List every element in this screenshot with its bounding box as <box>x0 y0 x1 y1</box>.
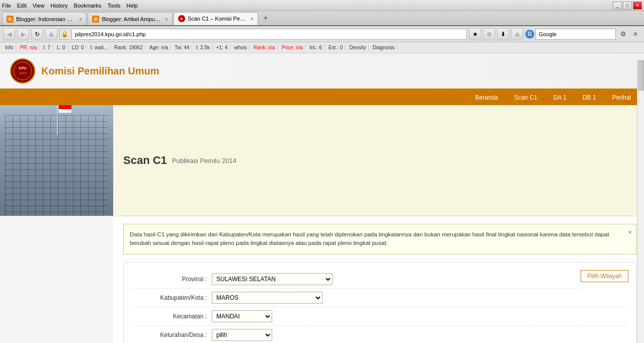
nav-scan-c1[interactable]: Scan C1 <box>506 90 545 105</box>
label-provinsi: Provinsi : <box>131 276 212 283</box>
info-box: Data hasil C1 yang dikirimkan dari Kabup… <box>123 224 636 254</box>
info-close-button[interactable]: × <box>628 227 632 237</box>
nav-db1[interactable]: DB 1 <box>575 90 604 105</box>
scrollbar-thumb[interactable] <box>638 60 644 91</box>
tab-bar: B Blogger: Indonesian GTA - ... × B Blog… <box>0 11 644 26</box>
tab-label-3: Scan C1 – Komisi Pemiliha... <box>188 16 248 22</box>
page-banner-text: Scan C1 Publikasi Pemilu 2014 <box>113 146 247 175</box>
ext-price[interactable]: Price: n/a <box>280 45 305 50</box>
ext-i7[interactable]: I: 7 <box>41 45 53 50</box>
scrollbar[interactable] <box>637 60 644 343</box>
ext-rank[interactable]: Rank: 19062 <box>112 45 145 50</box>
nav-da1[interactable]: DA 1 <box>545 90 575 105</box>
menu-file[interactable]: File <box>2 3 11 9</box>
forward-button[interactable]: ▶ <box>17 28 29 40</box>
nav-perihal[interactable]: Perihal <box>604 90 639 105</box>
tab-blogger-1[interactable]: B Blogger: Indonesian GTA - ... × <box>2 12 87 25</box>
menu-help[interactable]: Help <box>126 3 138 9</box>
kpu-favicon: ★ <box>178 15 185 22</box>
page-subtitle: Publikasi Pemilu 2014 <box>172 157 236 164</box>
search-input[interactable]: Google <box>535 29 616 40</box>
form-row-kabupaten: Kabupaten/Kota : MAROS <box>131 289 628 307</box>
reload-button[interactable]: ↻ <box>31 28 43 40</box>
page-title: Scan C1 <box>123 154 167 167</box>
bookmark-save[interactable]: ☆ <box>483 28 495 40</box>
kpu-logo: KPU ★ ★ ★ <box>10 58 35 83</box>
flag-pole <box>57 105 58 135</box>
select-kabupaten[interactable]: MAROS <box>212 292 323 304</box>
tab-label-1: Blogger: Indonesian GTA - ... <box>16 16 76 22</box>
form-row-provinsi: Provinsi : SULAWESI SELATAN <box>131 270 581 289</box>
menu-view[interactable]: View <box>33 3 45 9</box>
select-kecamatan[interactable]: MANDAI <box>212 310 272 322</box>
home-button[interactable]: ⌂ <box>45 28 57 40</box>
tab-kpu[interactable]: ★ Scan C1 – Komisi Pemiliha... × <box>174 12 258 25</box>
home-btn2[interactable]: ⌂ <box>511 28 523 40</box>
pilih-wilayah-button[interactable]: Pilih Wilayah <box>581 270 628 282</box>
form-row-kelurahan: Kelurahan/Desa : pilih <box>131 326 628 344</box>
label-kabupaten: Kabupaten/Kota : <box>131 294 212 301</box>
ext-rank2[interactable]: Rank: n/a <box>252 45 278 50</box>
address-input[interactable]: pilpres2014.kpu.go.id/c1.php <box>71 29 467 40</box>
close-button[interactable]: ✕ <box>633 2 642 10</box>
window-controls[interactable]: _ □ ✕ <box>613 2 642 10</box>
label-kecamatan: Kecamatan : <box>131 313 212 320</box>
blogger-favicon-1: B <box>7 16 14 23</box>
info-text: Data hasil C1 yang dikirimkan dari Kabup… <box>130 231 609 246</box>
kpu-title: Komisi Pemilihan Umum <box>41 65 159 77</box>
ext-diagnosis[interactable]: Diagnosis <box>371 45 397 50</box>
tab-label-2: Blogger: Artikel Ampuh – B... <box>102 16 162 22</box>
select-kelurahan[interactable]: pilih <box>212 329 272 341</box>
svg-text:★ ★ ★: ★ ★ ★ <box>19 71 27 74</box>
banner-image <box>0 105 113 216</box>
flag <box>59 105 71 113</box>
toolbar-icons: ⚙ ≡ <box>618 29 641 40</box>
form-row-kecamatan: Kecamatan : MANDAI <box>131 307 628 326</box>
tab-close-1[interactable]: × <box>79 16 82 22</box>
maximize-button[interactable]: □ <box>623 2 632 10</box>
address-secure-icon: 🔒 <box>59 29 69 40</box>
ext-density[interactable]: Density <box>347 45 368 50</box>
tab-blogger-2[interactable]: B Blogger: Artikel Ampuh – B... × <box>88 12 172 25</box>
title-bar: File Edit View History Bookmarks Tools H… <box>0 0 644 11</box>
page-content: KPU ★ ★ ★ Komisi Pemilihan Umum Beranda … <box>0 53 644 343</box>
ext-pr[interactable]: PR: n/a <box>18 45 39 50</box>
ext-wait[interactable]: I: wait... <box>89 45 110 50</box>
bookmark-star[interactable]: ★ <box>469 28 481 40</box>
menu-tools[interactable]: Tools <box>108 3 121 9</box>
kpu-header: KPU ★ ★ ★ Komisi Pemilihan Umum <box>0 53 644 90</box>
blogger-favicon-2: B <box>92 16 99 23</box>
ext-ext[interactable]: Ext.: 0 <box>327 45 345 50</box>
ext-tw[interactable]: Tw: 44 <box>173 45 192 50</box>
ext-fb[interactable]: I: 3.5k <box>194 45 212 50</box>
menu-bookmarks[interactable]: Bookmarks <box>74 3 102 9</box>
kpu-nav: Beranda Scan C1 DA 1 DB 1 Perihal <box>0 90 644 105</box>
ext-int[interactable]: Int.: 6 <box>307 45 325 50</box>
ext-icon-1[interactable]: ⚙ <box>618 29 629 40</box>
ext-age[interactable]: Age: n/a <box>147 45 171 50</box>
ext-ld0[interactable]: LD: 0 <box>70 45 87 50</box>
ext-info[interactable]: Info <box>3 45 16 50</box>
tab-close-3[interactable]: × <box>251 16 254 22</box>
download-btn[interactable]: ⬇ <box>497 28 509 40</box>
building-bg <box>0 105 113 216</box>
ext-whois[interactable]: whois <box>232 45 250 50</box>
google-icon: G <box>525 30 534 39</box>
minimize-button[interactable]: _ <box>613 2 622 10</box>
menu-history[interactable]: History <box>50 3 67 9</box>
select-provinsi[interactable]: SULAWESI SELATAN <box>212 273 333 285</box>
tab-close-2[interactable]: × <box>165 16 168 22</box>
back-button[interactable]: ◀ <box>3 28 15 40</box>
svg-point-0 <box>11 59 35 83</box>
menu-edit[interactable]: Edit <box>17 3 27 9</box>
ext-gplus[interactable]: +1: 4 <box>214 45 230 50</box>
ext-l0[interactable]: L: 0 <box>55 45 68 50</box>
svg-text:KPU: KPU <box>19 66 27 70</box>
ext-icon-2[interactable]: ≡ <box>630 29 641 40</box>
new-tab-button[interactable]: + <box>259 14 272 23</box>
menu-bar[interactable]: File Edit View History Bookmarks Tools H… <box>2 3 138 9</box>
nav-beranda[interactable]: Beranda <box>467 90 506 105</box>
url-text: pilpres2014.kpu.go.id/c1.php <box>75 31 146 37</box>
address-bar: ◀ ▶ ↻ ⌂ 🔒 pilpres2014.kpu.go.id/c1.php ★… <box>0 26 644 42</box>
search-placeholder: Google <box>539 31 556 37</box>
